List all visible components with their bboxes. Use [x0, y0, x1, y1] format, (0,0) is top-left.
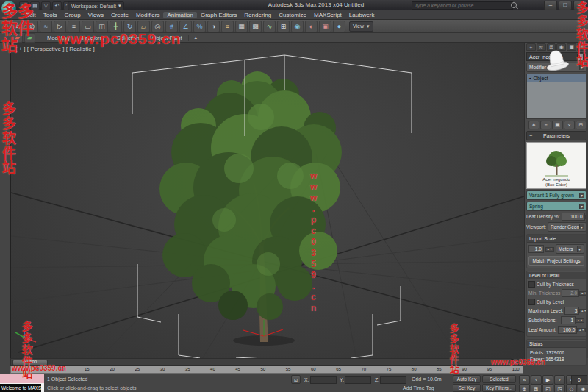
y-coordinate-field[interactable]	[345, 376, 371, 384]
make-unique-button[interactable]: ▣	[552, 121, 563, 129]
prev-frame-arrow[interactable]: ‹	[513, 358, 518, 366]
parameters-rollout[interactable]: − Parameters	[526, 131, 587, 140]
zoom-icon[interactable]: ⊕	[519, 384, 530, 392]
zoom-extents-icon[interactable]: ◱	[542, 384, 553, 392]
select-and-link-icon[interactable]: ∞	[12, 21, 24, 32]
menu-item[interactable]: Graph Editors	[197, 12, 240, 18]
select-and-rotate-icon[interactable]: ↻	[123, 21, 136, 32]
minimize-button[interactable]: –	[544, 1, 557, 10]
ribbon-toggle-icon[interactable]: ▩	[249, 21, 262, 32]
graphite-modeling-icon[interactable]: ▰	[12, 33, 23, 43]
menu-item[interactable]: Rendering	[240, 12, 275, 18]
track-bar[interactable]: 0510152025303540455055606570758085909510…	[10, 366, 523, 374]
menu-item[interactable]: Group	[60, 12, 84, 18]
window-crossing-icon[interactable]: ◫	[96, 21, 108, 32]
cull-by-thickness-checkbox[interactable]	[528, 281, 535, 288]
snaps-toggle-icon[interactable]: #	[165, 21, 178, 32]
ribbon-tab[interactable]: Freeform	[76, 35, 110, 41]
stack-item-object[interactable]: ▪ Object	[527, 74, 586, 82]
rendered-frame-window-icon[interactable]: ▣	[319, 21, 331, 32]
selection-lock-toggle[interactable]: ⊡	[291, 375, 301, 384]
menu-item[interactable]: Edit	[22, 12, 40, 18]
key-filters-button[interactable]: Key Filters...	[482, 384, 516, 392]
search-input[interactable]	[412, 1, 513, 10]
spinner-arrows-icon[interactable]: ▲▼	[576, 318, 584, 323]
menu-item[interactable]: Views	[85, 12, 107, 18]
menu-item[interactable]: MAXScript	[310, 12, 345, 18]
select-and-move-icon[interactable]: ╋	[110, 21, 122, 32]
leaf-amount-spinner[interactable]: 100.0 ▲▼	[558, 326, 586, 334]
material-editor-icon[interactable]: ◉	[291, 21, 304, 32]
modifier-stack[interactable]: ▪ Object	[526, 74, 587, 119]
menu-item[interactable]: Animation	[163, 12, 197, 18]
maximize-button[interactable]: □	[559, 1, 572, 10]
maximum-level-spinner[interactable]: 3 ▲▼	[564, 307, 588, 315]
menu-item[interactable]: Create	[107, 12, 132, 18]
auto-key-button[interactable]: Auto Key	[453, 375, 481, 383]
ribbon-tab[interactable]: Selection	[111, 35, 146, 41]
app-logo-icon[interactable]: S	[1, 1, 16, 15]
next-frame-arrow[interactable]: ›	[518, 358, 523, 366]
render-setup-icon[interactable]: ◐	[305, 21, 318, 32]
save-file-icon[interactable]: ▽	[41, 1, 51, 10]
undo-icon[interactable]: ↶	[52, 1, 62, 10]
season-dropdown[interactable]: Spring ▾	[526, 202, 587, 211]
species-thumbnail[interactable]: Acer negundo (Box Elder)	[526, 142, 587, 189]
object-color-swatch[interactable]	[577, 54, 584, 60]
layer-manager-icon[interactable]: ▦	[235, 21, 248, 32]
unlink-selection-icon[interactable]: ⊘	[26, 21, 38, 32]
key-filter-selected-dropdown[interactable]: Selected	[482, 375, 516, 383]
perspective-viewport[interactable]: [ + ] [ Perspective ] [ Realistic ]	[10, 43, 525, 360]
set-key-button[interactable]: Set Key	[453, 384, 481, 392]
min-thickness-spinner[interactable]: 2.0 ▲▼	[562, 289, 588, 297]
schematic-view-icon[interactable]: ⊞	[277, 21, 290, 32]
select-and-scale-icon[interactable]: ▱	[137, 21, 150, 32]
ribbon-tab[interactable]: Object Paint	[146, 35, 189, 41]
mirror-icon[interactable]: ◑	[207, 21, 220, 32]
add-time-tag[interactable]: Add Time Tag	[403, 385, 434, 391]
ribbon-tab[interactable]: Modeling	[41, 35, 76, 41]
zoom-region-icon[interactable]: ◳	[554, 384, 565, 392]
configure-modifier-sets-button[interactable]: ⊟	[576, 121, 587, 129]
menu-item[interactable]: Laubwerk	[345, 12, 379, 18]
render-production-icon[interactable]: ●	[333, 21, 345, 32]
curve-editor-icon[interactable]: ∿	[263, 21, 276, 32]
selection-region-icon[interactable]: ▭	[82, 21, 94, 32]
tab-create[interactable]: +	[526, 43, 536, 51]
menu-item[interactable]: Customize	[275, 12, 310, 18]
viewport-mode-dropdown[interactable]: Render Geometry ▾	[548, 222, 587, 232]
variant-dropdown[interactable]: Variant 1 Fully-grown ▾	[526, 190, 587, 200]
new-file-icon[interactable]: ▢	[19, 1, 29, 10]
menu-item[interactable]: Modifiers	[132, 12, 163, 18]
orbit-icon[interactable]: ◈	[578, 384, 588, 392]
ribbon-collapse-icon[interactable]: ▴	[195, 35, 198, 40]
search-icon[interactable]	[511, 2, 517, 8]
percent-snap-icon[interactable]: %	[193, 21, 206, 32]
viewport-label[interactable]: [ + ] [ Perspective ] [ Realistic ]	[15, 46, 95, 52]
scale-value-field[interactable]: 1.0	[528, 245, 544, 253]
select-by-name-icon[interactable]: ≡	[68, 21, 80, 32]
zoom-all-icon[interactable]: ⊞	[531, 384, 542, 392]
workspace-dropdown[interactable]: Workspace: Default ▾	[68, 1, 124, 10]
angle-snap-icon[interactable]: ∠	[179, 21, 192, 32]
spinner-arrows-icon[interactable]: ▲▼	[577, 328, 586, 332]
remove-modifier-button[interactable]: ×	[564, 121, 575, 129]
subdivisions-spinner[interactable]: 1 ▲▼	[561, 316, 584, 324]
units-dropdown[interactable]: Meters ▾	[556, 244, 584, 254]
align-icon[interactable]: ≡	[221, 21, 234, 32]
close-button[interactable]: ×	[573, 1, 587, 10]
match-project-settings-button[interactable]: Match Project Settings	[528, 256, 584, 266]
show-end-result-button[interactable]: ≡	[540, 121, 551, 129]
time-slider[interactable]: 0 / 100	[10, 358, 512, 366]
use-pivot-center-icon[interactable]: ◎	[151, 21, 164, 32]
cull-by-level-checkbox[interactable]	[528, 299, 535, 305]
bind-to-space-warp-icon[interactable]: ≈	[40, 21, 52, 32]
pin-stack-button[interactable]: ∗	[528, 121, 539, 129]
open-file-icon[interactable]: ▤	[30, 1, 40, 10]
menu-item[interactable]: Tools	[40, 12, 61, 18]
leaf-density-spinner[interactable]: 100.0 ▲▼	[562, 213, 588, 221]
spinner-arrows-icon[interactable]: ▲▼	[545, 247, 554, 252]
reference-coordinate-dropdown[interactable]: View ▾	[349, 21, 373, 32]
time-slider-grip[interactable]: 0 / 100	[12, 360, 48, 366]
x-coordinate-field[interactable]	[310, 376, 337, 384]
